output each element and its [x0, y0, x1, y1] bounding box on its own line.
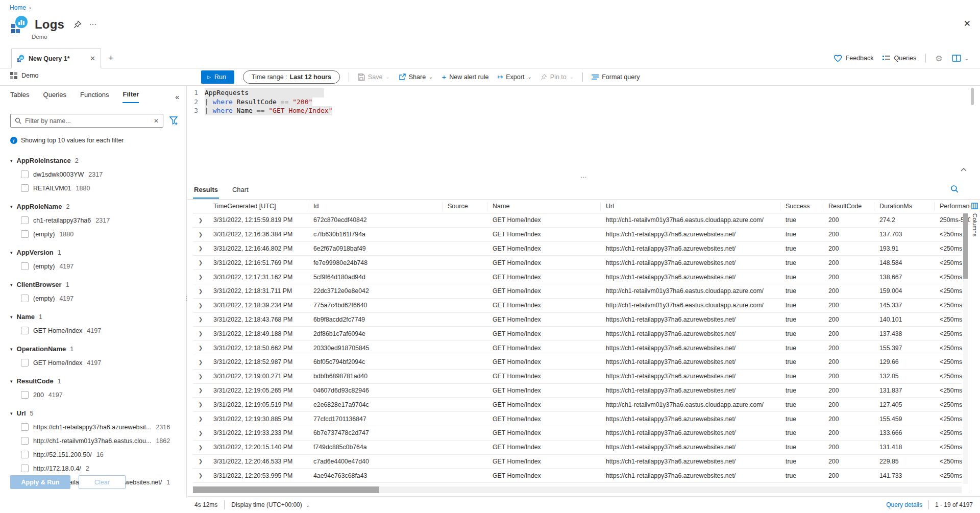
- tab-close-icon[interactable]: ✕: [90, 55, 95, 62]
- columns-panel-tab[interactable]: Columns: [969, 200, 980, 493]
- filter-item[interactable]: ch1-retailappy37ha62317: [10, 213, 181, 227]
- side-panel-button[interactable]: ⌄: [952, 55, 969, 62]
- table-row[interactable]: ❯3/31/2022, 12:18:31.711 PM22dc3712e0e8e…: [193, 284, 962, 299]
- row-expand-chevron-icon[interactable]: ❯: [193, 458, 208, 464]
- table-row[interactable]: ❯3/31/2022, 12:19:05.519 PMe2e6828e17a97…: [193, 398, 962, 412]
- table-row[interactable]: ❯3/31/2022, 12:15:59.819 PM672c870ecdf40…: [193, 213, 962, 228]
- tab-functions[interactable]: Functions: [80, 91, 109, 103]
- new-tab-button[interactable]: +: [108, 53, 114, 64]
- column-header-resultcode[interactable]: ResultCode: [823, 202, 874, 211]
- filter-group-header[interactable]: ▾Name1: [10, 310, 181, 324]
- editor-line[interactable]: 1AppRequests: [187, 88, 980, 97]
- filter-group-header[interactable]: ▾OperationName1: [10, 342, 181, 356]
- row-expand-chevron-icon[interactable]: ❯: [193, 246, 208, 251]
- table-row[interactable]: ❯3/31/2022, 12:16:46.802 PM6e2f67a0918ba…: [193, 242, 962, 256]
- row-expand-chevron-icon[interactable]: ❯: [193, 217, 208, 223]
- column-header-id[interactable]: Id: [308, 202, 443, 211]
- row-expand-chevron-icon[interactable]: ❯: [193, 402, 208, 407]
- filter-item[interactable]: https://ch1-retailappy37ha6.azurewebsit.…: [10, 420, 181, 434]
- filter-item[interactable]: RETAILVM011880: [10, 181, 181, 195]
- table-row[interactable]: ❯3/31/2022, 12:18:43.768 PM6b9f8acdd2fc7…: [193, 313, 962, 327]
- editor-scrollbar[interactable]: [971, 88, 974, 105]
- queries-button[interactable]: Queries: [883, 55, 916, 62]
- table-row[interactable]: ❯3/31/2022, 12:16:51.769 PMfe7e99980e24b…: [193, 256, 962, 270]
- format-query-button[interactable]: Format query: [592, 74, 640, 81]
- checkbox[interactable]: [21, 359, 29, 367]
- clear-button[interactable]: Clear: [79, 475, 126, 489]
- search-results-icon[interactable]: [950, 185, 959, 193]
- collapse-editor-icon[interactable]: [961, 167, 967, 172]
- clear-search-icon[interactable]: ✕: [154, 117, 159, 125]
- row-expand-chevron-icon[interactable]: ❯: [193, 232, 208, 237]
- checkbox[interactable]: [21, 184, 29, 192]
- tab-filter[interactable]: Filter: [122, 90, 139, 103]
- save-button[interactable]: Save⌄: [358, 74, 390, 81]
- collapse-sidebar-icon[interactable]: «: [175, 93, 179, 101]
- checkbox[interactable]: [21, 327, 29, 334]
- tab-queries[interactable]: Queries: [43, 91, 67, 103]
- checkbox[interactable]: [21, 262, 29, 270]
- column-header-durationms[interactable]: DurationMs: [874, 202, 935, 211]
- row-expand-chevron-icon[interactable]: ❯: [193, 274, 208, 280]
- filter-group-header[interactable]: ▾ClientBrowser1: [10, 278, 181, 291]
- editor-line[interactable]: 3| where Name == "GET Home/Index": [187, 106, 980, 115]
- table-row[interactable]: ❯3/31/2022, 12:19:33.233 PM6b7e737478c2d…: [193, 426, 962, 441]
- settings-gear-icon[interactable]: ⚙: [935, 54, 942, 63]
- checkbox[interactable]: [21, 170, 29, 178]
- export-button[interactable]: ↦ Export⌄: [497, 73, 531, 81]
- column-header-timegenerated-utc[interactable]: TimeGenerated [UTC]: [208, 202, 308, 211]
- more-options-icon[interactable]: ⋯: [89, 20, 97, 29]
- column-header-performancebu[interactable]: PerformanceBu: [935, 202, 970, 211]
- checkbox[interactable]: [21, 437, 29, 445]
- filter-item[interactable]: http://172.18.0.4/2: [10, 461, 181, 475]
- checkbox[interactable]: [21, 451, 29, 458]
- column-header-source[interactable]: Source: [443, 202, 487, 211]
- filter-item[interactable]: GET Home/Index4197: [10, 324, 181, 337]
- row-expand-chevron-icon[interactable]: ❯: [193, 331, 208, 336]
- table-row[interactable]: ❯3/31/2022, 12:17:31.162 PM5cf9f64d180ad…: [193, 270, 962, 284]
- horizontal-scrollbar-thumb[interactable]: [193, 486, 379, 493]
- filter-group-header[interactable]: ▾Url5: [10, 406, 181, 420]
- time-range-picker[interactable]: Time range : Last 12 hours: [243, 70, 340, 84]
- row-expand-chevron-icon[interactable]: ❯: [193, 416, 208, 422]
- table-row[interactable]: ❯3/31/2022, 12:19:00.271 PMbdbfb6898781a…: [193, 370, 962, 384]
- column-header-url[interactable]: Url: [601, 202, 780, 211]
- display-time-selector[interactable]: Display time (UTC+00:00) ⌄: [231, 501, 310, 508]
- table-row[interactable]: ❯3/31/2022, 12:19:30.885 PM77cfcd1701136…: [193, 412, 962, 426]
- filter-item[interactable]: http://ch1-retailvm01y37ha6.eastus.clou.…: [10, 434, 181, 448]
- vertical-scrollbar[interactable]: [963, 213, 968, 484]
- filter-item[interactable]: (empty)1880: [10, 227, 181, 241]
- row-expand-chevron-icon[interactable]: ❯: [193, 473, 208, 478]
- row-expand-chevron-icon[interactable]: ❯: [193, 303, 208, 308]
- table-row[interactable]: ❯3/31/2022, 12:20:53.995 PM4ae94e763c68f…: [193, 469, 962, 483]
- share-button[interactable]: Share⌄: [399, 74, 433, 81]
- filter-group-header[interactable]: ▾AppRoleInstance2: [10, 154, 181, 167]
- tab-results[interactable]: Results: [193, 183, 219, 199]
- checkbox[interactable]: [21, 465, 29, 472]
- add-filter-icon[interactable]: [169, 116, 179, 126]
- filter-item[interactable]: http://52.151.200.50/16: [10, 448, 181, 461]
- table-row[interactable]: ❯3/31/2022, 12:20:15.140 PMf749dc885c0b7…: [193, 441, 962, 455]
- tab-chart[interactable]: Chart: [231, 183, 250, 199]
- horizontal-scrollbar[interactable]: [193, 486, 962, 493]
- filter-group-header[interactable]: ▾AppVersion1: [10, 246, 181, 259]
- filter-item[interactable]: (empty)4197: [10, 291, 181, 305]
- filter-search-input[interactable]: [25, 117, 150, 125]
- tab-tables[interactable]: Tables: [10, 91, 30, 103]
- row-expand-chevron-icon[interactable]: ❯: [193, 387, 208, 393]
- new-alert-rule-button[interactable]: + New alert rule: [442, 72, 488, 81]
- checkbox[interactable]: [21, 423, 29, 431]
- filter-item[interactable]: dw1sdwk0003YW2317: [10, 167, 181, 181]
- pin-to-button[interactable]: Pin to⌄: [541, 74, 574, 81]
- row-expand-chevron-icon[interactable]: ❯: [193, 445, 208, 450]
- row-expand-chevron-icon[interactable]: ❯: [193, 430, 208, 436]
- row-expand-chevron-icon[interactable]: ❯: [193, 316, 208, 322]
- column-header-success[interactable]: Success: [780, 202, 823, 211]
- filter-item[interactable]: GET Home/Index4197: [10, 356, 181, 370]
- table-row[interactable]: ❯3/31/2022, 12:19:05.265 PM04607d6d93c82…: [193, 384, 962, 398]
- editor-line[interactable]: 2| where ResultCode == "200": [187, 97, 980, 107]
- row-expand-chevron-icon[interactable]: ❯: [193, 374, 208, 379]
- query-editor[interactable]: 1AppRequests2| where ResultCode == "200"…: [187, 86, 980, 180]
- apply-and-run-button[interactable]: Apply & Run: [10, 475, 70, 489]
- table-row[interactable]: ❯3/31/2022, 12:16:36.384 PMc7fb630b161f7…: [193, 228, 962, 242]
